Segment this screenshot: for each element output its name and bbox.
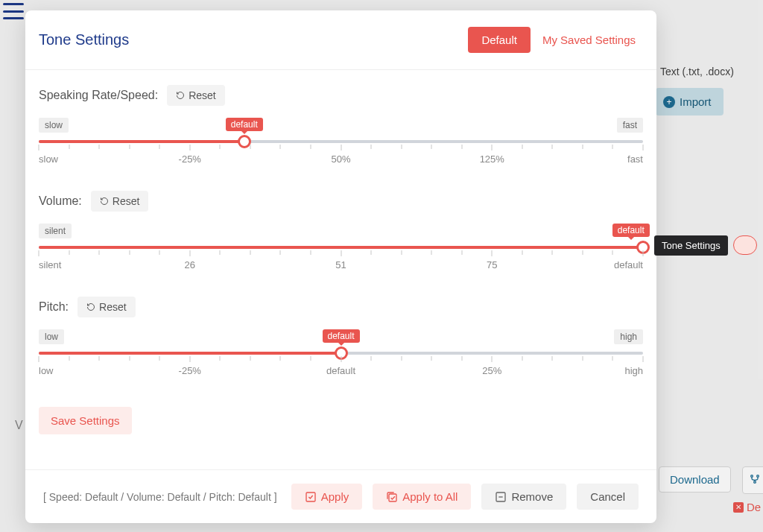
check-square-icon — [305, 491, 317, 503]
modal-body: Speaking Rate/Speed: Reset slow default … — [25, 70, 656, 469]
tone-summary: [ Speed: Default / Volume: Default / Pit… — [43, 491, 277, 503]
reset-icon — [86, 303, 95, 311]
speed-track[interactable] — [39, 140, 643, 143]
pitch-scale-1: -25% — [179, 365, 201, 376]
speed-track-fill — [39, 140, 244, 143]
pitch-scale-4: high — [624, 365, 643, 376]
tone-settings-modal: Tone Settings Default My Saved Settings … — [25, 10, 656, 523]
pitch-max-cap: high — [614, 329, 643, 344]
pitch-scale-2: default — [326, 365, 355, 376]
pitch-track[interactable] — [39, 352, 643, 355]
pitch-min-cap: low — [39, 329, 64, 344]
volume-scale-0: silent — [39, 259, 61, 270]
speed-label: Speaking Rate/Speed: — [39, 89, 158, 102]
speed-scale-0: slow — [39, 153, 58, 165]
modal-header: Tone Settings Default My Saved Settings — [25, 10, 656, 70]
pitch-label: Pitch: — [39, 300, 69, 314]
reset-icon — [100, 197, 109, 206]
check-stack-icon — [386, 491, 398, 503]
speed-scale-3: 125% — [480, 153, 504, 165]
volume-track[interactable] — [39, 246, 643, 249]
volume-min-cap: silent — [39, 224, 72, 238]
tone-settings-tooltip: Tone Settings — [654, 235, 728, 256]
speed-max-cap: fast — [617, 118, 643, 133]
volume-scale-1: 26 — [185, 259, 195, 270]
volume-value-bubble: default — [612, 224, 650, 237]
save-settings-button[interactable]: Save Settings — [39, 407, 132, 434]
volume-slider[interactable]: silent default silent 26 51 75 default — [39, 224, 643, 273]
volume-reset-button[interactable]: Reset — [91, 191, 149, 212]
volume-track-fill — [39, 246, 643, 249]
tone-settings-pill[interactable] — [733, 235, 757, 255]
volume-scale-2: 51 — [335, 259, 346, 270]
volume-label: Volume: — [39, 194, 82, 208]
speed-scale-2: 50% — [331, 153, 350, 165]
default-button[interactable]: Default — [468, 27, 531, 53]
volume-scale-3: 75 — [487, 259, 497, 270]
speed-reset-button[interactable]: Reset — [167, 85, 225, 106]
volume-scale-4: default — [614, 259, 643, 270]
pitch-scale-3: 25% — [482, 365, 501, 376]
pitch-section: Pitch: Reset low default high low -25% — [39, 297, 643, 379]
modal-title: Tone Settings — [39, 31, 129, 48]
apply-button[interactable]: Apply — [291, 484, 363, 510]
reset-icon — [176, 91, 185, 100]
pitch-track-fill — [39, 352, 341, 355]
remove-button[interactable]: Remove — [481, 484, 566, 510]
pitch-scale-0: low — [39, 365, 54, 376]
pitch-reset-button[interactable]: Reset — [77, 297, 136, 317]
speed-scale-4: fast — [627, 153, 643, 165]
svg-rect-3 — [306, 493, 315, 501]
speed-slider[interactable]: slow default fast slow -25% 50% 125% fas… — [39, 118, 643, 167]
pitch-slider[interactable]: low default high low -25% default 25% hi… — [39, 329, 643, 379]
apply-all-button[interactable]: Apply to All — [373, 484, 471, 510]
minus-square-icon — [495, 491, 507, 503]
speed-value-bubble: default — [226, 118, 263, 131]
speed-section: Speaking Rate/Speed: Reset slow default … — [39, 85, 643, 167]
speed-scale-1: -25% — [179, 153, 201, 165]
volume-section: Volume: Reset silent default silent 26 — [39, 191, 643, 273]
my-saved-settings-link[interactable]: My Saved Settings — [542, 34, 636, 46]
cancel-button[interactable]: Cancel — [577, 484, 639, 510]
pitch-value-bubble: default — [322, 329, 359, 343]
modal-footer: [ Speed: Default / Volume: Default / Pit… — [25, 469, 656, 523]
speed-min-cap: slow — [39, 118, 69, 133]
svg-rect-4 — [389, 494, 396, 501]
